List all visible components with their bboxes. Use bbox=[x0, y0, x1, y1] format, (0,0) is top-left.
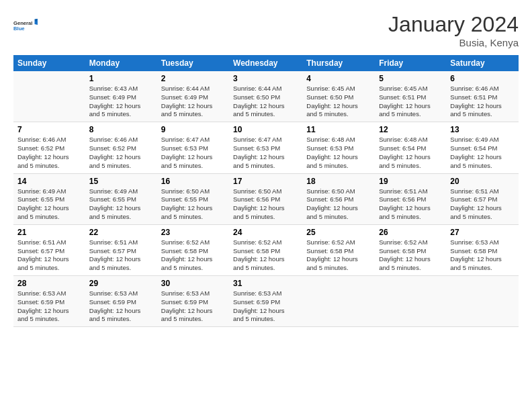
calendar-week-row: 21Sunrise: 6:51 AMSunset: 6:57 PMDayligh… bbox=[13, 224, 519, 275]
day-info: Sunrise: 6:51 AMSunset: 6:56 PMDaylight:… bbox=[379, 187, 442, 222]
day-info: Sunrise: 6:53 AMSunset: 6:59 PMDaylight:… bbox=[17, 289, 81, 324]
calendar-cell: 11Sunrise: 6:48 AMSunset: 6:53 PMDayligh… bbox=[302, 122, 375, 173]
calendar-cell bbox=[375, 276, 446, 327]
day-number: 21 bbox=[17, 228, 81, 237]
day-info: Sunrise: 6:47 AMSunset: 6:53 PMDaylight:… bbox=[161, 136, 225, 170]
calendar-cell: 30Sunrise: 6:53 AMSunset: 6:59 PMDayligh… bbox=[157, 276, 229, 327]
calendar-cell: 12Sunrise: 6:48 AMSunset: 6:54 PMDayligh… bbox=[375, 122, 446, 173]
day-info: Sunrise: 6:48 AMSunset: 6:54 PMDaylight:… bbox=[379, 136, 442, 170]
calendar-week-row: 1Sunrise: 6:43 AMSunset: 6:49 PMDaylight… bbox=[13, 71, 519, 122]
day-info: Sunrise: 6:51 AMSunset: 6:57 PMDaylight:… bbox=[89, 238, 153, 273]
calendar-cell: 19Sunrise: 6:51 AMSunset: 6:56 PMDayligh… bbox=[375, 173, 446, 224]
day-info: Sunrise: 6:44 AMSunset: 6:50 PMDaylight:… bbox=[233, 85, 298, 119]
day-info: Sunrise: 6:52 AMSunset: 6:58 PMDaylight:… bbox=[306, 238, 371, 273]
calendar-cell: 22Sunrise: 6:51 AMSunset: 6:57 PMDayligh… bbox=[85, 224, 157, 275]
day-number: 19 bbox=[379, 177, 442, 186]
calendar-cell: 27Sunrise: 6:53 AMSunset: 6:58 PMDayligh… bbox=[446, 224, 519, 275]
calendar-table: Sunday Monday Tuesday Wednesday Thursday… bbox=[13, 55, 519, 327]
col-sunday: Sunday bbox=[13, 55, 85, 71]
calendar-cell: 23Sunrise: 6:52 AMSunset: 6:58 PMDayligh… bbox=[157, 224, 229, 275]
day-info: Sunrise: 6:45 AMSunset: 6:51 PMDaylight:… bbox=[379, 85, 442, 119]
day-info: Sunrise: 6:46 AMSunset: 6:52 PMDaylight:… bbox=[89, 136, 153, 170]
month-title: January 2024 bbox=[388, 12, 519, 37]
calendar-cell: 8Sunrise: 6:46 AMSunset: 6:52 PMDaylight… bbox=[85, 122, 157, 173]
day-number: 15 bbox=[89, 177, 153, 186]
day-number: 20 bbox=[450, 177, 515, 186]
day-number: 22 bbox=[89, 228, 153, 237]
title-section: January 2024 Busia, Kenya bbox=[388, 12, 519, 48]
day-number: 7 bbox=[17, 125, 81, 134]
day-info: Sunrise: 6:52 AMSunset: 6:58 PMDaylight:… bbox=[379, 238, 442, 273]
calendar-week-row: 7Sunrise: 6:46 AMSunset: 6:52 PMDaylight… bbox=[13, 122, 519, 173]
col-monday: Monday bbox=[85, 55, 157, 71]
day-number: 17 bbox=[233, 177, 298, 186]
day-info: Sunrise: 6:46 AMSunset: 6:51 PMDaylight:… bbox=[450, 85, 515, 119]
day-number: 23 bbox=[161, 228, 225, 237]
logo-svg: General Blue bbox=[13, 12, 38, 39]
day-info: Sunrise: 6:45 AMSunset: 6:50 PMDaylight:… bbox=[306, 85, 371, 119]
calendar-cell: 31Sunrise: 6:53 AMSunset: 6:59 PMDayligh… bbox=[229, 276, 302, 327]
day-info: Sunrise: 6:48 AMSunset: 6:53 PMDaylight:… bbox=[306, 136, 371, 170]
day-number: 10 bbox=[233, 125, 298, 134]
calendar-cell: 24Sunrise: 6:52 AMSunset: 6:58 PMDayligh… bbox=[229, 224, 302, 275]
day-number: 29 bbox=[89, 279, 153, 288]
calendar-cell: 7Sunrise: 6:46 AMSunset: 6:52 PMDaylight… bbox=[13, 122, 85, 173]
day-info: Sunrise: 6:49 AMSunset: 6:55 PMDaylight:… bbox=[17, 187, 81, 222]
day-number: 1 bbox=[89, 74, 153, 83]
day-number: 11 bbox=[306, 125, 371, 134]
calendar-cell: 28Sunrise: 6:53 AMSunset: 6:59 PMDayligh… bbox=[13, 276, 85, 327]
calendar-cell: 29Sunrise: 6:53 AMSunset: 6:59 PMDayligh… bbox=[85, 276, 157, 327]
calendar-cell: 21Sunrise: 6:51 AMSunset: 6:57 PMDayligh… bbox=[13, 224, 85, 275]
day-info: Sunrise: 6:50 AMSunset: 6:56 PMDaylight:… bbox=[306, 187, 371, 222]
calendar-week-row: 14Sunrise: 6:49 AMSunset: 6:55 PMDayligh… bbox=[13, 173, 519, 224]
calendar-cell: 26Sunrise: 6:52 AMSunset: 6:58 PMDayligh… bbox=[375, 224, 446, 275]
day-info: Sunrise: 6:53 AMSunset: 6:59 PMDaylight:… bbox=[161, 289, 225, 324]
day-number: 26 bbox=[379, 228, 442, 237]
day-info: Sunrise: 6:51 AMSunset: 6:57 PMDaylight:… bbox=[450, 187, 515, 222]
day-number: 14 bbox=[17, 177, 81, 186]
day-number: 18 bbox=[306, 177, 371, 186]
day-number: 31 bbox=[233, 279, 298, 288]
calendar-cell: 14Sunrise: 6:49 AMSunset: 6:55 PMDayligh… bbox=[13, 173, 85, 224]
day-number: 25 bbox=[306, 228, 371, 237]
calendar-cell: 3Sunrise: 6:44 AMSunset: 6:50 PMDaylight… bbox=[229, 71, 302, 122]
header: General Blue January 2024 Busia, Kenya bbox=[13, 12, 519, 48]
calendar-cell: 18Sunrise: 6:50 AMSunset: 6:56 PMDayligh… bbox=[302, 173, 375, 224]
day-number: 2 bbox=[161, 74, 225, 83]
day-number: 3 bbox=[233, 74, 298, 83]
day-number: 12 bbox=[379, 125, 442, 134]
col-thursday: Thursday bbox=[302, 55, 375, 71]
day-info: Sunrise: 6:46 AMSunset: 6:52 PMDaylight:… bbox=[17, 136, 81, 170]
day-info: Sunrise: 6:53 AMSunset: 6:59 PMDaylight:… bbox=[89, 289, 153, 324]
calendar-cell: 13Sunrise: 6:49 AMSunset: 6:54 PMDayligh… bbox=[446, 122, 519, 173]
day-number: 16 bbox=[161, 177, 225, 186]
day-info: Sunrise: 6:52 AMSunset: 6:58 PMDaylight:… bbox=[233, 238, 298, 273]
day-info: Sunrise: 6:51 AMSunset: 6:57 PMDaylight:… bbox=[17, 238, 81, 273]
calendar-cell: 5Sunrise: 6:45 AMSunset: 6:51 PMDaylight… bbox=[375, 71, 446, 122]
calendar-cell: 9Sunrise: 6:47 AMSunset: 6:53 PMDaylight… bbox=[157, 122, 229, 173]
calendar-cell: 17Sunrise: 6:50 AMSunset: 6:56 PMDayligh… bbox=[229, 173, 302, 224]
calendar-cell: 16Sunrise: 6:50 AMSunset: 6:55 PMDayligh… bbox=[157, 173, 229, 224]
calendar-cell: 4Sunrise: 6:45 AMSunset: 6:50 PMDaylight… bbox=[302, 71, 375, 122]
calendar-week-row: 28Sunrise: 6:53 AMSunset: 6:59 PMDayligh… bbox=[13, 276, 519, 327]
calendar-cell bbox=[446, 276, 519, 327]
location: Busia, Kenya bbox=[388, 37, 519, 48]
day-info: Sunrise: 6:50 AMSunset: 6:56 PMDaylight:… bbox=[233, 187, 298, 222]
col-tuesday: Tuesday bbox=[157, 55, 229, 71]
day-number: 27 bbox=[450, 228, 515, 237]
day-number: 4 bbox=[306, 74, 371, 83]
logo: General Blue bbox=[13, 12, 38, 39]
day-info: Sunrise: 6:53 AMSunset: 6:59 PMDaylight:… bbox=[233, 289, 298, 324]
calendar-cell bbox=[302, 276, 375, 327]
page: General Blue January 2024 Busia, Kenya S… bbox=[0, 0, 532, 411]
calendar-cell: 25Sunrise: 6:52 AMSunset: 6:58 PMDayligh… bbox=[302, 224, 375, 275]
day-number: 8 bbox=[89, 125, 153, 134]
header-row: Sunday Monday Tuesday Wednesday Thursday… bbox=[13, 55, 519, 71]
day-number: 9 bbox=[161, 125, 225, 134]
svg-text:General: General bbox=[13, 20, 32, 26]
day-number: 13 bbox=[450, 125, 515, 134]
day-number: 6 bbox=[450, 74, 515, 83]
day-number: 28 bbox=[17, 279, 81, 288]
col-wednesday: Wednesday bbox=[229, 55, 302, 71]
day-info: Sunrise: 6:53 AMSunset: 6:58 PMDaylight:… bbox=[450, 238, 515, 273]
